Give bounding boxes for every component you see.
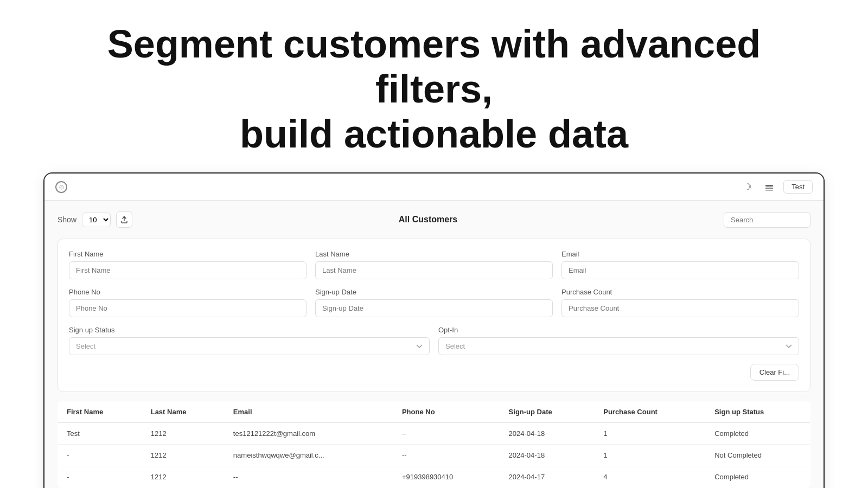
titlebar-left: ◎: [55, 181, 67, 193]
cell-0: -: [58, 466, 142, 488]
hero-line2: build actionable data: [240, 112, 628, 156]
col-phone: Phone No: [393, 401, 500, 423]
export-button[interactable]: [116, 211, 132, 228]
cell-5: 1: [595, 423, 706, 445]
hero-line1: Segment customers with advanced filters,: [107, 22, 761, 111]
cell-6: Not Completed: [706, 445, 810, 466]
signup-status-select[interactable]: Select Completed Not Completed: [69, 337, 430, 355]
col-first-name: First Name: [58, 401, 142, 423]
filter-row-1: First Name Last Name Email: [69, 250, 799, 279]
table-row: Test1212tes12121222t@gmail.com--2024-04-…: [58, 423, 810, 445]
last-name-label: Last Name: [315, 250, 553, 258]
cell-4: 2024-04-18: [500, 423, 595, 445]
filter-actions: Clear Fi...: [69, 364, 799, 381]
cell-2: --: [225, 466, 393, 488]
cell-2: tes12121222t@gmail.com: [225, 423, 393, 445]
filter-signup-date: Sign-up Date: [315, 288, 553, 317]
filter-first-name: First Name: [69, 250, 307, 279]
filter-signup-status: Sign up Status Select Completed Not Comp…: [69, 326, 430, 355]
filters-panel: First Name Last Name Email Phone No: [58, 239, 810, 392]
svg-rect-1: [765, 188, 773, 189]
phone-input[interactable]: [69, 299, 307, 317]
optin-label: Opt-In: [438, 326, 799, 334]
signup-date-input[interactable]: [315, 299, 553, 317]
filter-email: Email: [561, 250, 799, 279]
cell-0: Test: [58, 423, 142, 445]
clear-filter-button[interactable]: Clear Fi...: [750, 364, 799, 381]
test-button[interactable]: Test: [783, 180, 813, 194]
filter-optin: Opt-In Select Yes No: [438, 326, 799, 355]
filter-row-3: Sign up Status Select Completed Not Comp…: [69, 326, 799, 355]
toolbar: Show 10 25 50 All Customers: [58, 211, 810, 228]
purchase-count-input[interactable]: [561, 299, 799, 317]
filter-row-2: Phone No Sign-up Date Purchase Count: [69, 288, 799, 317]
cell-1: 1212: [142, 466, 225, 488]
col-signup-date: Sign-up Date: [500, 401, 595, 423]
table-row: -1212--+9193989304102024-04-174Completed: [58, 466, 810, 488]
last-name-input[interactable]: [315, 261, 553, 279]
toolbar-left: Show 10 25 50: [58, 211, 132, 228]
moon-icon[interactable]: ☽: [740, 179, 755, 195]
cell-4: 2024-04-17: [500, 466, 595, 488]
table-row: -1212nameisthwqwqwe@gmail.c...--2024-04-…: [58, 445, 810, 466]
filter-last-name: Last Name: [315, 250, 553, 279]
col-last-name: Last Name: [142, 401, 225, 423]
email-label: Email: [561, 250, 799, 258]
col-email: Email: [225, 401, 393, 423]
app-window: ◎ ☽ Test Show 10 25 50: [43, 172, 825, 488]
cell-6: Completed: [706, 423, 810, 445]
filter-purchase-count: Purchase Count: [561, 288, 799, 317]
cell-1: 1212: [142, 423, 225, 445]
purchase-count-label: Purchase Count: [561, 288, 799, 296]
hero-section: Segment customers with advanced filters,…: [0, 0, 868, 172]
titlebar-right: ☽ Test: [740, 179, 813, 195]
cell-3: --: [393, 423, 500, 445]
app-titlebar: ◎ ☽ Test: [44, 174, 824, 201]
svg-rect-2: [765, 190, 773, 191]
cell-2: nameisthwqwqwe@gmail.c...: [225, 445, 393, 466]
col-signup-status: Sign up Status: [706, 401, 810, 423]
app-logo-icon: ◎: [55, 181, 67, 193]
app-content: Show 10 25 50 All Customers F: [44, 201, 824, 488]
phone-label: Phone No: [69, 288, 307, 296]
email-input[interactable]: [561, 261, 799, 279]
search-input[interactable]: [724, 212, 810, 228]
cell-6: Completed: [706, 466, 810, 488]
show-label: Show: [58, 215, 76, 224]
cell-1: 1212: [142, 445, 225, 466]
filter-phone: Phone No: [69, 288, 307, 317]
cell-3: --: [393, 445, 500, 466]
table-title: All Customers: [399, 215, 457, 224]
svg-rect-0: [765, 185, 773, 187]
cell-0: -: [58, 445, 142, 466]
layers-icon[interactable]: [762, 179, 777, 195]
optin-select[interactable]: Select Yes No: [438, 337, 799, 355]
first-name-label: First Name: [69, 250, 307, 258]
col-purchase-count: Purchase Count: [595, 401, 706, 423]
customers-table: First Name Last Name Email Phone No Sign…: [58, 401, 810, 488]
signup-status-label: Sign up Status: [69, 326, 430, 334]
first-name-input[interactable]: [69, 261, 307, 279]
table-header-row: First Name Last Name Email Phone No Sign…: [58, 401, 810, 423]
cell-5: 4: [595, 466, 706, 488]
show-select[interactable]: 10 25 50: [82, 213, 111, 227]
cell-4: 2024-04-18: [500, 445, 595, 466]
signup-date-label: Sign-up Date: [315, 288, 553, 296]
cell-5: 1: [595, 445, 706, 466]
cell-3: +919398930410: [393, 466, 500, 488]
